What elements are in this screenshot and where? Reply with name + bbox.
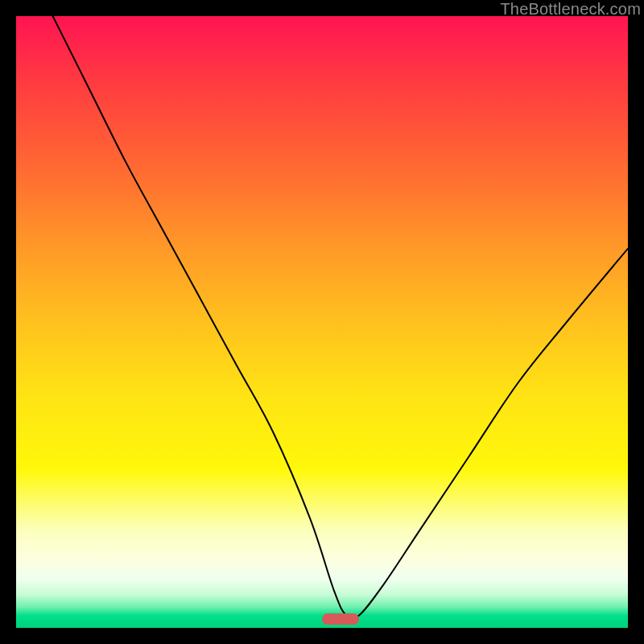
optimal-marker	[322, 613, 359, 625]
chart-frame: TheBottleneck.com	[0, 0, 644, 644]
bottleneck-curve	[53, 16, 628, 619]
curve-svg	[16, 16, 628, 628]
plot-area	[16, 16, 628, 628]
